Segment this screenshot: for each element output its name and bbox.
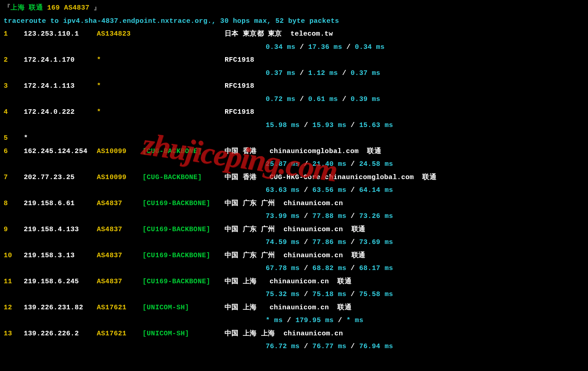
- hop-timing: 75.32 ms / 75.18 ms / 75.58 ms: [4, 288, 584, 302]
- hop-ip: 172.24.1.113: [24, 80, 97, 93]
- hop-asn: AS10099: [97, 145, 142, 159]
- separator: /: [346, 186, 359, 194]
- separator: /: [295, 69, 308, 77]
- title-location: 上海 联通: [10, 4, 43, 12]
- hop-asn: [97, 132, 142, 145]
- hop-location: RFC1918: [225, 80, 584, 93]
- hop-number: 8: [4, 197, 24, 211]
- separator: /: [295, 95, 308, 103]
- latency-value: 76.77 ms: [312, 343, 346, 350]
- hop-asn: AS10099: [97, 171, 142, 185]
- hop-timing: 76.72 ms / 76.77 ms / 76.94 ms: [4, 340, 584, 354]
- hop-backbone-tag: [UNICOM-SH]: [142, 328, 225, 341]
- hop-timing: 74.59 ms / 77.86 ms / 73.69 ms: [4, 236, 584, 249]
- hop-row: 7202.77.23.25AS10099[CUG-BACKBONE]中国 香港 …: [4, 171, 584, 185]
- hop-timing: 25.87 ms / 21.40 ms / 24.58 ms: [4, 158, 584, 171]
- latency-value: 0.37 ms: [266, 69, 295, 77]
- hop-row: 12139.226.231.82AS17621[UNICOM-SH]中国 上海 …: [4, 302, 584, 315]
- hop-row: 5*: [4, 132, 584, 145]
- hop-timing: * ms / 179.95 ms / * ms: [4, 314, 584, 328]
- hop-row: 11219.158.6.245AS4837[CU169-BACKBONE]中国 …: [4, 276, 584, 289]
- hop-ip: 172.24.1.170: [24, 54, 97, 67]
- hop-backbone-tag: [UNICOM-SH]: [142, 302, 225, 315]
- separator: /: [342, 43, 355, 51]
- hop-timing: 63.63 ms / 63.56 ms / 64.14 ms: [4, 184, 584, 197]
- hop-row: 3172.24.1.113*RFC1918: [4, 80, 584, 93]
- hop-location: 日本 東京都 東京 telecom.tw: [225, 28, 584, 41]
- latency-value: 0.37 ms: [351, 69, 380, 77]
- hop-ip: 202.77.23.25: [24, 171, 97, 185]
- hop-timing: 0.34 ms / 17.36 ms / 0.34 ms: [4, 41, 584, 54]
- latency-value: 0.61 ms: [308, 95, 338, 103]
- separator: /: [334, 317, 346, 324]
- separator: /: [338, 69, 351, 77]
- latency-value: 1.12 ms: [308, 69, 338, 77]
- separator: /: [346, 122, 359, 129]
- hop-number: 13: [4, 328, 24, 341]
- hop-number: 11: [4, 276, 24, 289]
- separator: /: [299, 160, 312, 168]
- separator: /: [299, 343, 312, 350]
- hop-row: 13139.226.226.2AS17621[UNICOM-SH]中国 上海 上…: [4, 328, 584, 341]
- hop-timing: 15.98 ms / 15.93 ms / 15.63 ms: [4, 119, 584, 132]
- hop-location: 中国 广东 广州 chinaunicom.cn 联通: [225, 223, 584, 237]
- latency-value: 75.18 ms: [312, 291, 346, 298]
- latency-value: 21.40 ms: [312, 160, 346, 168]
- latency-value: * ms: [346, 317, 363, 324]
- latency-value: 15.63 ms: [359, 122, 393, 129]
- hop-location: 中国 上海 chinaunicom.cn 联通: [225, 276, 584, 289]
- separator: /: [338, 95, 351, 103]
- separator: /: [299, 291, 312, 298]
- latency-value: 75.58 ms: [359, 291, 393, 298]
- hop-backbone-tag: [CUG-BACKBONE]: [142, 171, 225, 185]
- latency-value: 63.56 ms: [312, 186, 346, 194]
- hop-backbone-tag: [142, 132, 225, 145]
- hop-number: 1: [4, 28, 24, 41]
- separator: /: [346, 343, 359, 350]
- latency-value: 0.34 ms: [266, 43, 295, 51]
- hop-ip: 219.158.6.61: [24, 197, 97, 211]
- latency-value: 67.78 ms: [266, 265, 299, 272]
- hop-location: 中国 广东 广州 chinaunicom.cn: [225, 197, 584, 211]
- latency-value: 64.14 ms: [359, 186, 393, 194]
- hop-row: 9219.158.4.133AS4837[CU169-BACKBONE]中国 广…: [4, 223, 584, 237]
- latency-value: 179.95 ms: [295, 317, 334, 324]
- hop-timing: 0.72 ms / 0.61 ms / 0.39 ms: [4, 93, 584, 106]
- hop-timing: 67.78 ms / 68.82 ms / 68.17 ms: [4, 262, 584, 276]
- hop-number: 10: [4, 249, 24, 263]
- hop-number: 3: [4, 80, 24, 93]
- hop-number: 9: [4, 223, 24, 237]
- hop-asn: AS134823: [97, 28, 142, 41]
- latency-value: 68.17 ms: [359, 265, 393, 272]
- separator: /: [283, 317, 295, 324]
- terminal-output: 『上海 联通 169 AS4837 』 traceroute to ipv4.s…: [4, 2, 584, 354]
- hop-asn: AS17621: [97, 302, 142, 315]
- latency-value: 73.69 ms: [359, 238, 393, 246]
- latency-value: 75.32 ms: [266, 291, 299, 298]
- hop-asn: *: [97, 54, 142, 67]
- latency-value: 76.94 ms: [359, 343, 393, 350]
- separator: /: [299, 238, 312, 246]
- hop-asn: AS4837: [97, 249, 142, 263]
- hop-location: RFC1918: [225, 106, 584, 119]
- latency-value: 25.87 ms: [266, 160, 299, 168]
- hop-location: 中国 上海 chinaunicom.cn 联通: [225, 302, 584, 315]
- latency-value: 15.98 ms: [266, 122, 299, 129]
- latency-value: 74.59 ms: [266, 238, 299, 246]
- hop-ip: 139.226.231.82: [24, 302, 97, 315]
- separator: /: [299, 212, 312, 220]
- hop-location: RFC1918: [225, 54, 584, 67]
- separator: /: [299, 186, 312, 194]
- hop-ip: 219.158.4.133: [24, 223, 97, 237]
- latency-value: 0.72 ms: [266, 95, 295, 103]
- bracket: 『: [4, 4, 10, 12]
- hops-container: 1123.253.110.1AS134823日本 東京都 東京 telecom.…: [4, 28, 584, 354]
- hop-number: 12: [4, 302, 24, 315]
- separator: /: [299, 122, 312, 129]
- hop-asn: AS4837: [97, 197, 142, 211]
- hop-number: 2: [4, 54, 24, 67]
- latency-value: 73.26 ms: [359, 212, 393, 220]
- hop-asn: AS4837: [97, 223, 142, 237]
- hop-row: 10219.158.3.13AS4837[CU169-BACKBONE]中国 广…: [4, 249, 584, 263]
- hop-row: 1123.253.110.1AS134823日本 東京都 東京 telecom.…: [4, 28, 584, 41]
